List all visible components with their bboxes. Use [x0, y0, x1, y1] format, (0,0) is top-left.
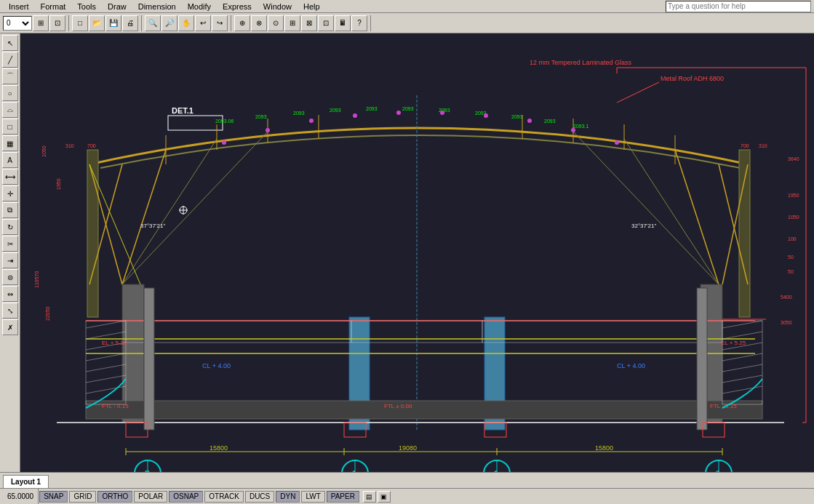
pan-btn[interactable]: ✋ [178, 15, 194, 31]
svg-text:2093.06: 2093.06 [215, 119, 234, 124]
svg-point-127 [615, 140, 619, 145]
svg-text:2093: 2093 [544, 119, 556, 124]
cad-svg: 12 mm Tempered Laminated Glass Metal Roo… [20, 33, 814, 472]
snap-btn-4[interactable]: ⊞ [284, 15, 300, 31]
menu-express[interactable]: Express [217, 2, 258, 11]
svg-text:1: 1 [494, 470, 498, 472]
zoom-btn-1[interactable]: 🔍 [145, 15, 161, 31]
open-btn[interactable]: 📂 [89, 15, 105, 31]
help-search-input[interactable] [666, 1, 811, 12]
snap-btn-5[interactable]: ⊠ [301, 15, 317, 31]
grid-toggle[interactable]: GRID [69, 491, 96, 503]
svg-text:FTL - 0.15: FTL - 0.15 [102, 403, 129, 409]
svg-rect-129 [697, 288, 707, 430]
svg-text:119570: 119570 [34, 271, 39, 288]
snap-toggle[interactable]: SNAP [39, 491, 68, 503]
layout-btn[interactable]: ▣ [378, 491, 391, 503]
snap-btn-6[interactable]: ⊡ [318, 15, 334, 31]
svg-rect-128 [144, 288, 154, 430]
copy-tool[interactable]: ⧉ [2, 202, 18, 218]
help-btn[interactable]: ? [351, 15, 367, 31]
svg-text:15800: 15800 [210, 444, 228, 452]
snap-btn-3[interactable]: ⊙ [268, 15, 284, 31]
extend-tool[interactable]: ⇥ [2, 252, 18, 268]
redo-btn[interactable]: ↪ [212, 15, 228, 31]
mirror-tool[interactable]: ⇔ [2, 286, 18, 302]
snap-btn-1[interactable]: ⊕ [234, 15, 250, 31]
lwt-toggle[interactable]: LWT [301, 491, 324, 503]
coordinate-display: 65.0000 [3, 489, 39, 504]
svg-text:1: 1 [352, 470, 356, 472]
new-btn[interactable]: □ [72, 15, 88, 31]
svg-text:CL + 4.00: CL + 4.00 [617, 362, 645, 369]
line-tool[interactable]: ╱ [2, 52, 18, 68]
save-btn[interactable]: 💾 [105, 15, 121, 31]
circle-tool[interactable]: ○ [2, 85, 18, 101]
svg-text:Metal Roof ADH 6800: Metal Roof ADH 6800 [661, 75, 724, 82]
svg-text:EL + 5.25: EL + 5.25 [102, 340, 127, 346]
offset-tool[interactable]: ⊜ [2, 269, 18, 285]
paper-toggle[interactable]: PAPER [327, 491, 359, 503]
svg-point-122 [396, 111, 401, 115]
svg-text:FTL - 0.15: FTL - 0.15 [710, 403, 737, 409]
dyn-toggle[interactable]: DYN [276, 491, 300, 503]
rotate-tool[interactable]: ↻ [2, 219, 18, 235]
menu-modify[interactable]: Modify [182, 2, 217, 11]
tab-layout1[interactable]: Layout 1 [3, 475, 49, 488]
hatch-tool[interactable]: ▦ [2, 135, 18, 151]
model-btn[interactable]: ▤ [363, 491, 376, 503]
canvas-area[interactable]: 12 mm Tempered Laminated Glass Metal Roo… [20, 33, 814, 472]
scale-tool[interactable]: ⤡ [2, 303, 18, 319]
menu-help[interactable]: Help [298, 2, 326, 11]
toolbar-layer-group: 0 ⊞ ⊡ [3, 15, 69, 31]
layer-select[interactable]: 0 [3, 16, 32, 31]
trim-tool[interactable]: ✂ [2, 236, 18, 252]
text-tool[interactable]: A [2, 152, 18, 168]
svg-text:50: 50 [788, 255, 794, 260]
rect-tool[interactable]: □ [2, 119, 18, 135]
svg-text:50: 50 [788, 269, 794, 274]
svg-point-121 [353, 113, 357, 118]
menu-draw[interactable]: Draw [102, 2, 132, 11]
svg-text:3050: 3050 [781, 320, 792, 325]
dim-tool[interactable]: ⟷ [2, 169, 18, 185]
move-tool[interactable]: ✛ [2, 185, 18, 201]
otrack-toggle[interactable]: OTRACK [204, 491, 244, 503]
menu-dimension[interactable]: Dimension [132, 2, 182, 11]
polar-toggle[interactable]: POLAR [134, 491, 167, 503]
toolbar-file-group: □ 📂 💾 🖨 [72, 15, 142, 31]
svg-text:2093: 2093 [402, 106, 414, 111]
ducs-toggle[interactable]: DUCS [245, 491, 274, 503]
menu-tools[interactable]: Tools [71, 2, 102, 11]
menu-insert[interactable]: Insert [3, 2, 35, 11]
erase-tool[interactable]: ✗ [2, 319, 18, 335]
svg-point-120 [309, 119, 314, 123]
svg-text:5400: 5400 [781, 295, 792, 300]
undo-btn[interactable]: ↩ [195, 15, 211, 31]
svg-text:19080: 19080 [399, 444, 417, 452]
ortho-toggle[interactable]: ORTHO [97, 491, 132, 503]
layer-btn-2[interactable]: ⊡ [49, 15, 65, 31]
svg-text:100: 100 [788, 236, 797, 241]
osnap-toggle[interactable]: OSNAP [169, 491, 203, 503]
menu-window[interactable]: Window [258, 2, 298, 11]
coordinate-value: 65.0000 [7, 492, 33, 500]
svg-text:2093: 2093 [511, 114, 523, 119]
zoom-btn-2[interactable]: 🔎 [161, 15, 177, 31]
menu-bar: Insert Format Tools Draw Dimension Modif… [0, 0, 814, 13]
select-tool[interactable]: ↖ [2, 35, 18, 51]
svg-text:DET.1: DET.1 [172, 106, 193, 115]
snap-btn-2[interactable]: ⊗ [251, 15, 267, 31]
calc-btn[interactable]: 🖩 [335, 15, 351, 31]
status-bar: 65.0000 SNAP GRID ORTHO POLAR OSNAP OTRA… [0, 488, 814, 504]
toolbar-view-group: 🔍 🔎 ✋ ↩ ↪ [145, 15, 231, 31]
svg-text:310: 310 [759, 143, 767, 148]
svg-text:1950: 1950 [788, 193, 799, 198]
svg-rect-47 [86, 401, 762, 419]
svg-point-124 [484, 113, 488, 118]
print-btn[interactable]: 🖨 [122, 15, 138, 31]
layer-btn-1[interactable]: ⊞ [33, 15, 49, 31]
arc-tool[interactable]: ⌓ [2, 102, 18, 118]
menu-format[interactable]: Format [35, 2, 72, 11]
pline-tool[interactable]: ⌒ [2, 68, 18, 84]
